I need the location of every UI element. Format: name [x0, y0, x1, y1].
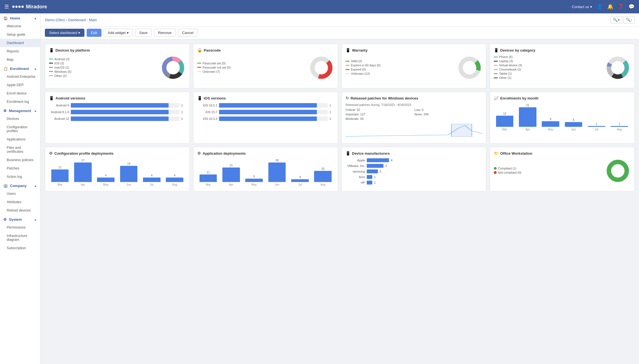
- sidebar-item-infrastructure[interactable]: Infrastructure diagram: [0, 232, 40, 244]
- zoom-in-button[interactable]: 🔍+: [610, 16, 622, 23]
- patches-stats: Critical: 32 Low: 0 Important: 127 None:…: [346, 108, 482, 120]
- widget-title: 📁 Office Workstation: [494, 151, 630, 156]
- breadcrumb-page: Dashboard - Main: [68, 18, 97, 22]
- legend: Compliant (1) Not compliant (0): [494, 167, 521, 175]
- sidebar-item-patches[interactable]: Patches: [0, 164, 40, 173]
- mobile-icon: 📱: [346, 48, 350, 52]
- topbar-right: Contact us ▾ 👤 🔔 ❓ 💬: [572, 4, 635, 10]
- mfr-row: VMware, Inc. 3: [346, 164, 482, 168]
- sidebar-item-subscription[interactable]: Subscription: [0, 244, 40, 252]
- sidebar-item-devices[interactable]: Devices: [0, 115, 40, 123]
- trend-icon: 📈: [494, 96, 499, 100]
- android-bar-chart: Android 9 1 Android 8.1.0 1 Android 12 1: [49, 103, 186, 121]
- sidebar-item-business-policies[interactable]: Business policies: [0, 156, 40, 164]
- main-header: Demo (Otto) › Dashboard - Main 🔍+ 🔍-: [40, 13, 639, 26]
- sidebar-item-dashboard[interactable]: Dashboard: [0, 39, 40, 47]
- bar-row: Android 12 1: [49, 117, 186, 121]
- mobile-icon: 📱: [494, 48, 499, 52]
- widget-enrollments-by-month: 📈 Enrollments by month 12 Mar 21 Apr 6 M…: [490, 92, 635, 144]
- svg-point-16: [609, 162, 627, 180]
- remove-button[interactable]: Remove: [154, 29, 176, 37]
- svg-point-8: [461, 59, 478, 77]
- legend: Phone (5) Laptop (3) Virtual device (3) …: [494, 55, 522, 80]
- widget-devices-by-category: 📱 Devices by category Phone (5) Laptop (…: [490, 44, 635, 88]
- patch-icon: ↻: [346, 96, 349, 100]
- widget-passcode: 🔒 Passcode Passcode set (0) Passcode not…: [193, 44, 338, 88]
- widget-android-versions: 📱 Android versions Android 9 1 Android 8…: [45, 92, 190, 144]
- sidebar-item-attributes[interactable]: Attributes: [0, 198, 40, 206]
- sidebar-item-apple-dep[interactable]: Apple DEP: [0, 81, 40, 89]
- select-dashboard-button[interactable]: Select dashboard ▾: [45, 29, 84, 37]
- sidebar-section-management[interactable]: ⚙ Management ▲: [0, 106, 40, 115]
- widget-ios-versions: 📱 iOS versions iOS 16.5.1 1 iOS 15.7 1: [193, 92, 338, 144]
- edit-button[interactable]: Edit: [87, 29, 101, 37]
- widget-title: ⚙ Configuration profile deployments: [49, 151, 186, 156]
- sidebar-item-enrollment-log[interactable]: Enrollment log: [0, 98, 40, 106]
- zoom-out-button[interactable]: 🔍-: [623, 16, 635, 23]
- donut-container: Valid (2) Expires in 60 days (0) Expired…: [346, 55, 482, 80]
- sidebar-section-home[interactable]: 🏠 Home ▲: [0, 13, 40, 22]
- sidebar-item-files-certs[interactable]: Files and certificates: [0, 144, 40, 156]
- sidebar-item-welcome[interactable]: Welcome: [0, 22, 40, 30]
- widget-devices-by-platform: 📱 Devices by platform Android (3)iOS (3)…: [45, 44, 190, 88]
- sidebar-item-applications[interactable]: Applications: [0, 135, 40, 144]
- mfr-row: Apple 4: [346, 158, 482, 162]
- contact-button[interactable]: Contact us ▾: [572, 5, 592, 9]
- legend: Android (3)iOS (3)macOS (1)Windows (5)Ot…: [49, 57, 71, 78]
- widget-office-workstation: 📁 Office Workstation Compliant (1) Not c…: [490, 147, 635, 191]
- sidebar-item-android-enterprise[interactable]: Android Enterprise: [0, 72, 40, 81]
- mobile-icon: 📱: [346, 151, 350, 156]
- donut-container: Android (3)iOS (3)macOS (1)Windows (5)Ot…: [49, 55, 186, 80]
- sidebar-item-setup-guide[interactable]: Setup guide: [0, 30, 40, 39]
- ow-donut: [605, 158, 630, 183]
- widget-title: 📱 Warranty: [346, 48, 482, 52]
- gear-icon: ⚙: [197, 151, 201, 156]
- enrollment-chart: 12 Mar 21 Apr 6 May 5 Jun 1 Jul 1: [494, 103, 630, 131]
- sidebar-item-map[interactable]: Map: [0, 55, 40, 64]
- sidebar-item-reports[interactable]: Reports: [0, 47, 40, 55]
- widget-config-deployments: ⚙ Configuration profile deployments 11 M…: [45, 147, 190, 191]
- sidebar-item-users[interactable]: Users: [0, 190, 40, 198]
- sidebar-item-retired-devices[interactable]: Retired devices: [0, 206, 40, 215]
- cancel-button[interactable]: Cancel: [178, 29, 198, 37]
- manufacturer-chart: Apple 4 VMware, Inc. 3 samsung 2: [346, 158, 482, 185]
- notification-icon[interactable]: 🔔: [607, 4, 613, 10]
- chevron-icon: ▲: [34, 184, 37, 187]
- breadcrumb: Demo (Otto) › Dashboard - Main: [45, 18, 97, 22]
- sidebar-section-company[interactable]: 🏢 Company ▲: [0, 181, 40, 190]
- sidebar-item-config-profiles[interactable]: Configuration profiles: [0, 123, 40, 135]
- passcode-donut: [309, 55, 334, 80]
- help-icon[interactable]: ❓: [618, 4, 624, 10]
- legend: Passcode set (0) Passcode not set (5) Un…: [197, 62, 231, 74]
- add-widget-button[interactable]: Add widget ▾: [104, 29, 133, 37]
- dashboard-grid: 📱 Devices by platform Android (3)iOS (3)…: [40, 39, 639, 196]
- save-button[interactable]: Save: [135, 29, 152, 37]
- widget-title: 🔒 Passcode: [197, 48, 334, 52]
- menu-icon[interactable]: ☰: [4, 4, 9, 10]
- main-content: Demo (Otto) › Dashboard - Main 🔍+ 🔍- Sel…: [40, 13, 639, 364]
- topbar: ☰ Miradore Contact us ▾ 👤 🔔 ❓ 💬: [0, 0, 639, 13]
- ios-bar-chart: iOS 16.5.1 1 iOS 15.7 1 iOS 10.3.3 1: [197, 103, 334, 121]
- mfr-row: samsung 2: [346, 169, 482, 173]
- breadcrumb-sep: ›: [66, 18, 68, 22]
- widget-title: ⚙ Application deployments: [197, 151, 334, 156]
- sidebar-section-enrollment[interactable]: 📋 Enrollment ▲: [0, 64, 40, 72]
- chevron-icon: ▲: [34, 17, 37, 20]
- chevron-icon: ▲: [34, 218, 37, 221]
- widget-title: 📱 Devices by platform: [49, 48, 186, 52]
- sidebar-section-system[interactable]: ⚙ System ▲: [0, 215, 40, 223]
- widget-title: ↻ Released patches for Windows devices: [346, 96, 482, 100]
- bar-row: iOS 10.3.3 1: [197, 117, 334, 121]
- sidebar-item-action-log[interactable]: Action log: [0, 173, 40, 181]
- widget-title: 📱 iOS versions: [197, 96, 334, 100]
- config-deployment-chart: 11 Mar 17 Apr 4 May 14 Jun 4 Jul 4: [49, 158, 186, 186]
- user-icon[interactable]: 👤: [597, 4, 603, 10]
- sidebar-item-permissions[interactable]: Permissions: [0, 223, 40, 232]
- bar-row: Android 8.1.0 1: [49, 110, 186, 114]
- main-toolbar: Select dashboard ▾ Edit Add widget ▾ Sav…: [40, 26, 639, 39]
- breadcrumb-demo[interactable]: Demo (Otto): [45, 18, 65, 22]
- chevron-icon: ▲: [34, 109, 37, 112]
- sidebar-item-enroll-device[interactable]: Enroll device: [0, 89, 40, 98]
- chat-icon[interactable]: 💬: [628, 4, 635, 10]
- widget-patches: ↻ Released patches for Windows devices R…: [341, 92, 486, 144]
